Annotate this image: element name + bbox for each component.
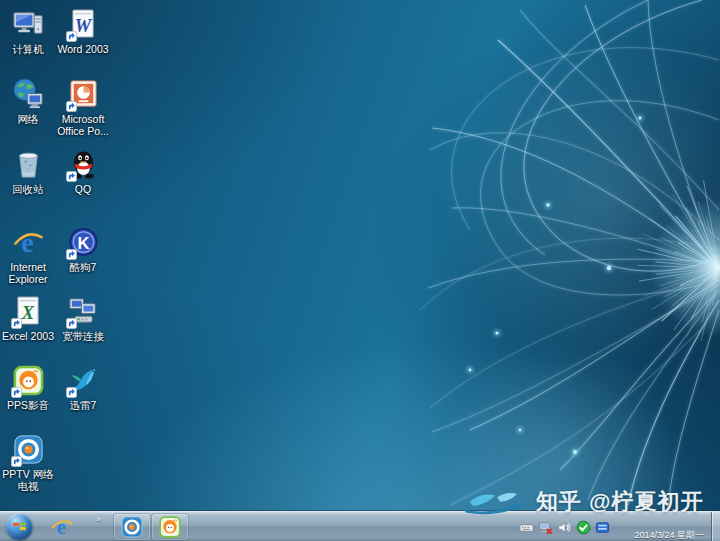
pps-icon [158, 515, 182, 539]
svg-text:e: e [57, 516, 66, 538]
pptv-icon [120, 515, 144, 539]
taskbar-chevron[interactable]: » [96, 514, 101, 524]
shortcut-arrow-icon [66, 318, 77, 329]
svg-text:e: e [21, 227, 33, 258]
shortcut-arrow-icon [66, 387, 77, 398]
taskbar-button-pps[interactable] [152, 514, 188, 540]
desktop-icon-label: 宽带连接 [57, 330, 109, 342]
shortcut-arrow-icon [11, 318, 22, 329]
desktop-icon-computer[interactable]: 计算机 [2, 8, 54, 55]
kugou-icon: K [67, 226, 100, 259]
desktop-icon-kugou[interactable]: K酷狗7 [57, 226, 109, 273]
desktop-icon-label: PPTV 网络电视 [2, 468, 54, 492]
tray-clock[interactable]: 2014/3/24 星期一 [634, 512, 704, 541]
desktop-wallpaper: 计算机WWord 2003网络Microsoft Office Po...回收站… [0, 0, 720, 511]
tray-media-icon[interactable] [595, 520, 610, 535]
system-tray [519, 512, 610, 541]
desktop-icon-network[interactable]: 网络 [2, 78, 54, 125]
desktop-icon-powerpoint[interactable]: Microsoft Office Po... [57, 78, 109, 137]
word-icon: W [67, 8, 100, 41]
desktop-icon-label: Excel 2003 [2, 330, 54, 342]
taskbar-button-pptv[interactable] [114, 514, 150, 540]
computer-icon [12, 8, 45, 41]
shortcut-arrow-icon [66, 249, 77, 260]
powerpoint-icon [67, 78, 100, 111]
windows-flag-icon [12, 519, 27, 534]
desktop-icon-label: QQ [57, 183, 109, 195]
desktop-icon-label: Internet Explorer [2, 261, 54, 285]
qq-icon [67, 148, 100, 181]
excel-icon: X [12, 295, 45, 328]
internet-explorer-icon: e [50, 515, 74, 539]
desktop-icon-label: PPS影音 [2, 399, 54, 411]
tray-volume-icon[interactable] [557, 520, 572, 535]
desktop-icon-label: 回收站 [2, 183, 54, 195]
pps-icon [12, 364, 45, 397]
desktop-icon-label: 网络 [2, 113, 54, 125]
desktop-icon-pps[interactable]: PPS影音 [2, 364, 54, 411]
shortcut-arrow-icon [11, 387, 22, 398]
broadband-icon [67, 295, 100, 328]
desktop-icon-internet-explorer[interactable]: eInternet Explorer [2, 226, 54, 285]
desktop-icon-qq[interactable]: QQ [57, 148, 109, 195]
desktop-icon-label: Word 2003 [57, 43, 109, 55]
start-button[interactable] [6, 513, 33, 540]
shortcut-arrow-icon [11, 456, 22, 467]
desktop-icon-word[interactable]: WWord 2003 [57, 8, 109, 55]
shortcut-arrow-icon [66, 101, 77, 112]
desktop-icon-label: 迅雷7 [57, 399, 109, 411]
taskbar: e » 2014/3/24 星期一 [0, 511, 720, 541]
show-desktop-button[interactable] [711, 512, 720, 541]
tray-network-error-icon[interactable] [538, 520, 553, 535]
internet-explorer-icon: e [12, 226, 45, 259]
xunlei-icon [67, 364, 100, 397]
desktop-icon-pptv[interactable]: PPTV 网络电视 [2, 433, 54, 492]
network-icon [12, 78, 45, 111]
tray-security-check-icon[interactable] [576, 520, 591, 535]
desktop-icon-label: 计算机 [2, 43, 54, 55]
desktop-icon-broadband[interactable]: 宽带连接 [57, 295, 109, 342]
shortcut-arrow-icon [66, 171, 77, 182]
svg-text:K: K [77, 234, 89, 252]
desktop-icon-label: 酷狗7 [57, 261, 109, 273]
shortcut-arrow-icon [66, 31, 77, 42]
tray-date: 2014/3/24 星期一 [634, 529, 704, 541]
svg-text:X: X [20, 303, 34, 323]
tray-keyboard-icon[interactable] [519, 520, 534, 535]
taskbar-pinned-internet-explorer[interactable]: e [44, 514, 80, 540]
desktop-icon-xunlei[interactable]: 迅雷7 [57, 364, 109, 411]
desktop-icon-label: Microsoft Office Po... [57, 113, 109, 137]
svg-text:W: W [74, 16, 92, 36]
recycle-bin-icon [12, 148, 45, 181]
desktop-icon-excel[interactable]: XExcel 2003 [2, 295, 54, 342]
pptv-icon [12, 433, 45, 466]
desktop-icon-recycle-bin[interactable]: 回收站 [2, 148, 54, 195]
